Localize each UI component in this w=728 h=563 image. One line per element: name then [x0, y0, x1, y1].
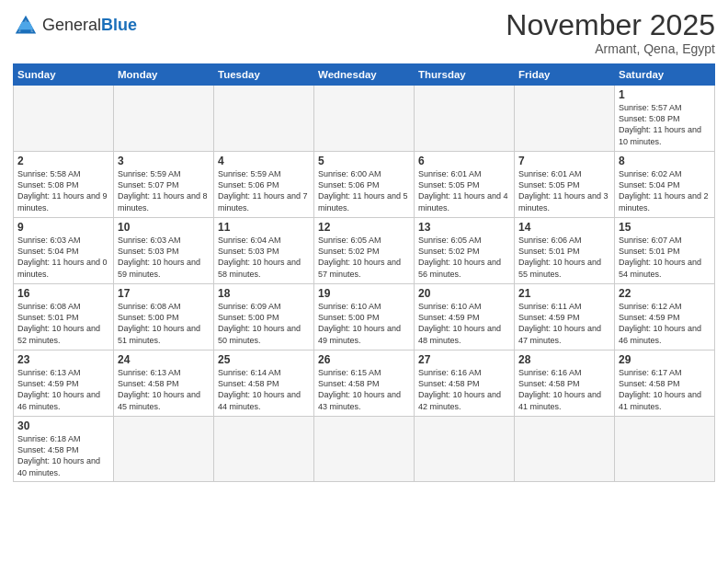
- day-number: 10: [118, 221, 210, 234]
- day-info: Sunrise: 6:16 AM Sunset: 4:58 PM Dayligh…: [418, 367, 510, 412]
- calendar: SundayMondayTuesdayWednesdayThursdayFrid…: [13, 63, 715, 482]
- day-info: Sunrise: 6:02 AM Sunset: 5:04 PM Dayligh…: [619, 168, 711, 213]
- day-info: Sunrise: 6:16 AM Sunset: 4:58 PM Dayligh…: [518, 367, 610, 412]
- day-info: Sunrise: 6:13 AM Sunset: 4:58 PM Dayligh…: [118, 367, 210, 412]
- header: GeneralBlue November 2025 Armant, Qena, …: [13, 9, 715, 56]
- day-number: 27: [418, 353, 510, 366]
- day-cell: 28Sunrise: 6:16 AM Sunset: 4:58 PM Dayli…: [515, 350, 615, 417]
- day-cell: 30Sunrise: 6:18 AM Sunset: 4:58 PM Dayli…: [14, 417, 114, 482]
- day-cell: 1Sunrise: 5:57 AM Sunset: 5:08 PM Daylig…: [615, 86, 715, 152]
- day-info: Sunrise: 5:58 AM Sunset: 5:08 PM Dayligh…: [17, 168, 109, 213]
- svg-marker-3: [18, 22, 34, 29]
- subtitle: Armant, Qena, Egypt: [506, 41, 715, 56]
- day-number: 4: [218, 155, 310, 167]
- day-cell: 16Sunrise: 6:08 AM Sunset: 5:01 PM Dayli…: [14, 284, 114, 350]
- day-number: 12: [318, 221, 410, 234]
- logo-blue: Blue: [101, 16, 137, 34]
- day-number: 9: [17, 221, 109, 234]
- logo-general: General: [42, 16, 101, 34]
- day-cell: 23Sunrise: 6:13 AM Sunset: 4:59 PM Dayli…: [14, 350, 114, 417]
- day-info: Sunrise: 6:05 AM Sunset: 5:02 PM Dayligh…: [418, 235, 510, 280]
- day-cell: [114, 417, 214, 482]
- day-number: 3: [118, 155, 210, 167]
- day-info: Sunrise: 6:01 AM Sunset: 5:05 PM Dayligh…: [418, 168, 510, 213]
- day-number: 22: [619, 287, 711, 300]
- day-info: Sunrise: 5:59 AM Sunset: 5:07 PM Dayligh…: [118, 168, 210, 213]
- day-cell: [615, 417, 715, 482]
- day-cell: 20Sunrise: 6:10 AM Sunset: 4:59 PM Dayli…: [415, 284, 515, 350]
- day-cell: 2Sunrise: 5:58 AM Sunset: 5:08 PM Daylig…: [14, 152, 114, 218]
- logo-icon: [13, 13, 39, 39]
- day-info: Sunrise: 6:03 AM Sunset: 5:03 PM Dayligh…: [118, 235, 210, 280]
- day-number: 1: [619, 88, 711, 101]
- day-number: 16: [17, 287, 109, 300]
- day-info: Sunrise: 6:10 AM Sunset: 5:00 PM Dayligh…: [318, 301, 410, 346]
- day-cell: 13Sunrise: 6:05 AM Sunset: 5:02 PM Dayli…: [415, 218, 515, 284]
- day-cell: 12Sunrise: 6:05 AM Sunset: 5:02 PM Dayli…: [314, 218, 415, 284]
- day-number: 21: [518, 287, 610, 300]
- day-cell: 5Sunrise: 6:00 AM Sunset: 5:06 PM Daylig…: [314, 152, 415, 218]
- weekday-header-thursday: Thursday: [415, 64, 515, 86]
- day-cell: [415, 86, 515, 152]
- day-number: 25: [218, 353, 310, 366]
- week-row-0: 1Sunrise: 5:57 AM Sunset: 5:08 PM Daylig…: [14, 86, 715, 152]
- day-cell: 29Sunrise: 6:17 AM Sunset: 4:58 PM Dayli…: [615, 350, 715, 417]
- day-number: 8: [619, 155, 711, 167]
- day-cell: [314, 417, 415, 482]
- weekday-header-saturday: Saturday: [615, 64, 715, 86]
- day-cell: [515, 417, 615, 482]
- weekday-header-wednesday: Wednesday: [314, 64, 415, 86]
- day-info: Sunrise: 6:14 AM Sunset: 4:58 PM Dayligh…: [218, 367, 310, 412]
- day-info: Sunrise: 6:08 AM Sunset: 5:00 PM Dayligh…: [118, 301, 210, 346]
- day-info: Sunrise: 5:59 AM Sunset: 5:06 PM Dayligh…: [218, 168, 310, 213]
- title-block: November 2025 Armant, Qena, Egypt: [506, 9, 715, 56]
- week-row-4: 23Sunrise: 6:13 AM Sunset: 4:59 PM Dayli…: [14, 350, 715, 417]
- day-info: Sunrise: 6:12 AM Sunset: 4:59 PM Dayligh…: [619, 301, 711, 346]
- day-cell: 15Sunrise: 6:07 AM Sunset: 5:01 PM Dayli…: [615, 218, 715, 284]
- day-cell: [214, 417, 314, 482]
- day-number: 23: [17, 353, 109, 366]
- weekday-header-row: SundayMondayTuesdayWednesdayThursdayFrid…: [14, 64, 715, 86]
- day-info: Sunrise: 6:09 AM Sunset: 5:00 PM Dayligh…: [218, 301, 310, 346]
- day-cell: 18Sunrise: 6:09 AM Sunset: 5:00 PM Dayli…: [214, 284, 314, 350]
- day-number: 26: [318, 353, 410, 366]
- day-number: 30: [17, 419, 109, 432]
- day-number: 20: [418, 287, 510, 300]
- day-info: Sunrise: 6:05 AM Sunset: 5:02 PM Dayligh…: [318, 235, 410, 280]
- day-cell: [114, 86, 214, 152]
- day-number: 17: [118, 287, 210, 300]
- day-cell: 27Sunrise: 6:16 AM Sunset: 4:58 PM Dayli…: [415, 350, 515, 417]
- day-number: 28: [518, 353, 610, 366]
- day-info: Sunrise: 6:17 AM Sunset: 4:58 PM Dayligh…: [619, 367, 711, 412]
- day-cell: [214, 86, 314, 152]
- logo-text: GeneralBlue: [42, 17, 137, 35]
- day-number: 5: [318, 155, 410, 167]
- day-info: Sunrise: 6:13 AM Sunset: 4:59 PM Dayligh…: [17, 367, 109, 412]
- day-info: Sunrise: 6:04 AM Sunset: 5:03 PM Dayligh…: [218, 235, 310, 280]
- day-cell: 17Sunrise: 6:08 AM Sunset: 5:00 PM Dayli…: [114, 284, 214, 350]
- day-number: 18: [218, 287, 310, 300]
- day-number: 14: [518, 221, 610, 234]
- day-info: Sunrise: 6:15 AM Sunset: 4:58 PM Dayligh…: [318, 367, 410, 412]
- day-number: 19: [318, 287, 410, 300]
- day-info: Sunrise: 6:08 AM Sunset: 5:01 PM Dayligh…: [17, 301, 109, 346]
- day-cell: 3Sunrise: 5:59 AM Sunset: 5:07 PM Daylig…: [114, 152, 214, 218]
- day-cell: 22Sunrise: 6:12 AM Sunset: 4:59 PM Dayli…: [615, 284, 715, 350]
- day-number: 11: [218, 221, 310, 234]
- day-cell: 9Sunrise: 6:03 AM Sunset: 5:04 PM Daylig…: [14, 218, 114, 284]
- day-cell: 26Sunrise: 6:15 AM Sunset: 4:58 PM Dayli…: [314, 350, 415, 417]
- day-number: 13: [418, 221, 510, 234]
- day-cell: 19Sunrise: 6:10 AM Sunset: 5:00 PM Dayli…: [314, 284, 415, 350]
- week-row-1: 2Sunrise: 5:58 AM Sunset: 5:08 PM Daylig…: [14, 152, 715, 218]
- day-cell: 25Sunrise: 6:14 AM Sunset: 4:58 PM Dayli…: [214, 350, 314, 417]
- day-number: 7: [518, 155, 610, 167]
- page: GeneralBlue November 2025 Armant, Qena, …: [0, 0, 728, 563]
- day-number: 24: [118, 353, 210, 366]
- day-cell: 10Sunrise: 6:03 AM Sunset: 5:03 PM Dayli…: [114, 218, 214, 284]
- week-row-2: 9Sunrise: 6:03 AM Sunset: 5:04 PM Daylig…: [14, 218, 715, 284]
- day-cell: [515, 86, 615, 152]
- day-info: Sunrise: 5:57 AM Sunset: 5:08 PM Dayligh…: [619, 102, 711, 147]
- day-cell: 21Sunrise: 6:11 AM Sunset: 4:59 PM Dayli…: [515, 284, 615, 350]
- day-cell: 7Sunrise: 6:01 AM Sunset: 5:05 PM Daylig…: [515, 152, 615, 218]
- day-cell: 24Sunrise: 6:13 AM Sunset: 4:58 PM Dayli…: [114, 350, 214, 417]
